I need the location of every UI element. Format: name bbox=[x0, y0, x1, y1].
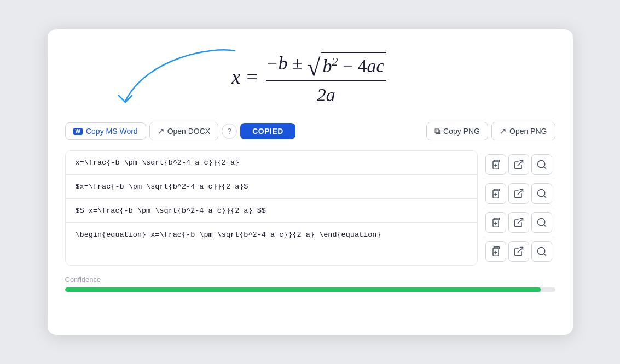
svg-line-13 bbox=[518, 248, 523, 253]
search-latex-4-button[interactable] bbox=[531, 241, 552, 262]
export-latex-3-button[interactable] bbox=[508, 212, 529, 233]
confidence-bar-background bbox=[65, 287, 555, 292]
latex-section: x=\frac{-b \pm \sqrt{b^2-4 a c}}{2 a} $x… bbox=[65, 150, 555, 266]
action-column bbox=[482, 150, 555, 266]
latex-text-2: $x=\frac{-b \pm \sqrt{b^2-4 a c}}{2 a}$ bbox=[76, 183, 248, 191]
copy-latex-3-button[interactable] bbox=[485, 212, 506, 233]
search-latex-2-button[interactable] bbox=[531, 183, 552, 204]
latex-row[interactable]: $x=\frac{-b \pm \sqrt{b^2-4 a c}}{2 a}$ bbox=[66, 175, 477, 199]
open-docx-label: Open DOCX bbox=[167, 127, 211, 136]
svg-line-7 bbox=[543, 196, 546, 198]
copy-png-icon: ⧉ bbox=[434, 126, 441, 136]
copied-badge[interactable]: COPIED bbox=[240, 123, 295, 139]
svg-line-9 bbox=[518, 219, 523, 224]
export-icon bbox=[513, 246, 524, 257]
latex-text-1: x=\frac{-b \pm \sqrt{b^2-4 a c}}{2 a} bbox=[76, 158, 240, 167]
export-latex-4-button[interactable] bbox=[508, 241, 529, 262]
copy-latex-2-button[interactable] bbox=[485, 183, 506, 204]
main-card: x = −b ± √ b2 − 4ac 2a bbox=[48, 29, 573, 335]
clipboard-paste-icon bbox=[490, 188, 501, 199]
open-png-icon: ↗ bbox=[500, 126, 507, 136]
copy-png-label: Copy PNG bbox=[443, 127, 480, 136]
sqrt-content: b2 − 4ac bbox=[321, 52, 386, 79]
search-icon bbox=[536, 246, 547, 257]
formula-display: x = −b ± √ b2 − 4ac 2a bbox=[231, 50, 388, 108]
latex-list: x=\frac{-b \pm \sqrt{b^2-4 a c}}{2 a} $x… bbox=[65, 150, 478, 266]
formula-equals: = bbox=[245, 66, 263, 88]
action-row-3 bbox=[482, 208, 555, 237]
latex-row[interactable]: \begin{equation} x=\frac{-b \pm \sqrt{b^… bbox=[66, 223, 477, 246]
formula-x: x bbox=[231, 66, 240, 88]
copy-png-button[interactable]: ⧉ Copy PNG bbox=[426, 122, 488, 140]
svg-line-1 bbox=[518, 161, 523, 166]
latex-text-3: $$ x=\frac{-b \pm \sqrt{b^2-4 a c}}{2 a}… bbox=[76, 207, 266, 215]
copied-label: COPIED bbox=[252, 127, 283, 136]
help-button[interactable]: ? bbox=[222, 124, 237, 139]
latex-row[interactable]: $$ x=\frac{-b \pm \sqrt{b^2-4 a c}}{2 a}… bbox=[66, 199, 477, 223]
open-png-button[interactable]: ↗ Open PNG bbox=[491, 122, 555, 140]
search-icon bbox=[536, 159, 547, 170]
open-docx-icon: ↗ bbox=[158, 126, 165, 136]
search-icon bbox=[536, 188, 547, 199]
confidence-bar-fill bbox=[65, 287, 541, 292]
action-row-4 bbox=[482, 237, 555, 266]
copy-latex-1-button[interactable] bbox=[485, 154, 506, 175]
action-row-1 bbox=[482, 150, 555, 179]
export-latex-1-button[interactable] bbox=[508, 154, 529, 175]
clipboard-paste-icon bbox=[490, 246, 501, 257]
formula-area: x = −b ± √ b2 − 4ac 2a bbox=[65, 46, 555, 112]
clipboard-paste-icon bbox=[490, 217, 501, 228]
sqrt-symbol: √ bbox=[307, 56, 320, 80]
svg-line-5 bbox=[518, 190, 523, 195]
export-icon bbox=[513, 188, 524, 199]
word-icon: W bbox=[73, 128, 83, 135]
sqrt-wrapper: √ b2 − 4ac bbox=[307, 52, 386, 79]
svg-line-15 bbox=[543, 254, 546, 256]
copy-latex-4-button[interactable] bbox=[485, 241, 506, 262]
action-row-2 bbox=[482, 179, 555, 208]
search-icon bbox=[536, 217, 547, 228]
svg-line-3 bbox=[543, 167, 546, 169]
open-docx-button[interactable]: ↗ Open DOCX bbox=[149, 122, 219, 140]
formula-numerator: −b ± √ b2 − 4ac bbox=[266, 50, 386, 81]
confidence-section: Confidence bbox=[65, 275, 555, 292]
formula-fraction: −b ± √ b2 − 4ac 2a bbox=[266, 50, 386, 108]
copy-word-label: Copy MS Word bbox=[86, 127, 138, 136]
export-icon bbox=[513, 159, 524, 170]
annotation-arrow bbox=[82, 41, 246, 118]
clipboard-paste-icon bbox=[490, 159, 501, 170]
confidence-label: Confidence bbox=[65, 275, 555, 284]
export-latex-2-button[interactable] bbox=[508, 183, 529, 204]
help-label: ? bbox=[227, 127, 231, 136]
copy-word-button[interactable]: W Copy MS Word bbox=[65, 122, 146, 140]
svg-line-11 bbox=[543, 225, 546, 227]
search-latex-3-button[interactable] bbox=[531, 212, 552, 233]
open-png-label: Open PNG bbox=[509, 127, 547, 136]
export-icon bbox=[513, 217, 524, 228]
toolbar: W Copy MS Word ↗ Open DOCX ? COPIED ⧉ Co… bbox=[65, 122, 555, 140]
search-latex-1-button[interactable] bbox=[531, 154, 552, 175]
toolbar-right: ⧉ Copy PNG ↗ Open PNG bbox=[426, 122, 555, 140]
latex-text-4: \begin{equation} x=\frac{-b \pm \sqrt{b^… bbox=[76, 231, 381, 239]
formula-denominator: 2a bbox=[317, 81, 335, 108]
latex-row[interactable]: x=\frac{-b \pm \sqrt{b^2-4 a c}}{2 a} bbox=[66, 151, 477, 175]
